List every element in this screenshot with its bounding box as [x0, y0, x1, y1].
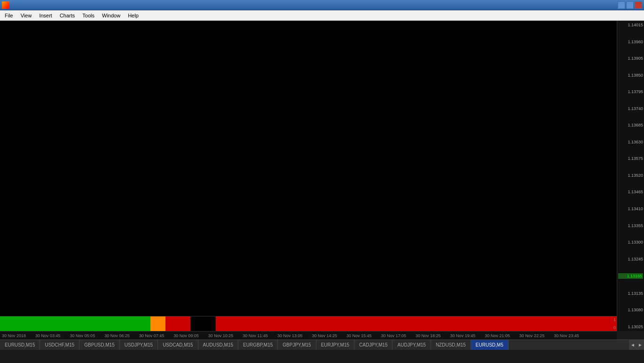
price-level: 1.13740 — [618, 106, 643, 111]
tab-audusd-m15[interactable]: AUDUSD,M15 — [198, 340, 238, 350]
symbol-tabs: EURUSD,M15 USDCHF,M15 GBPUSD,M15 USDJPY,… — [0, 339, 644, 350]
time-label: 30 Nov 14:25 — [312, 333, 337, 338]
price-level: 1.13795 — [618, 89, 643, 94]
tab-gbpusd-m15[interactable]: GBPUSD,M15 — [79, 340, 119, 350]
price-level: 1.13575 — [618, 156, 643, 161]
time-label: 30 Nov 07:45 — [139, 333, 165, 338]
time-label: 30 Nov 13:05 — [277, 333, 303, 338]
tab-scroll-controls: ◄ ► — [629, 340, 644, 350]
price-level: 1.13080 — [618, 308, 643, 312]
price-level: 1.13410 — [618, 206, 643, 211]
menubar: File View Insert Charts Tools Window Hel… — [0, 10, 644, 21]
tab-audjpy-m15[interactable]: AUDJPY,M15 — [393, 340, 431, 350]
tab-usdchf-m15[interactable]: USDCHF,M15 — [40, 340, 79, 350]
tab-cadjpy-m15[interactable]: CADJPY,M15 — [354, 340, 393, 350]
time-label: 30 Nov 03:45 — [35, 333, 61, 338]
price-level: 1.13905 — [618, 56, 643, 61]
time-label: 30 Nov 21:05 — [485, 333, 510, 338]
time-axis: 30 Nov 2018 30 Nov 03:45 30 Nov 05:05 30… — [0, 331, 617, 339]
time-label: 30 Nov 11:45 — [243, 333, 268, 338]
price-level: 1.13630 — [618, 140, 643, 144]
price-level: 1.13465 — [618, 189, 643, 194]
histo-segment-red1 — [165, 316, 190, 331]
time-label: 30 Nov 19:45 — [450, 333, 476, 338]
menu-view[interactable]: View — [17, 12, 36, 19]
histo-segment-orange — [150, 316, 165, 331]
histo-min-label: 0 — [613, 325, 616, 330]
histo-segment-green — [0, 316, 150, 331]
tab-eurusd-m15[interactable]: EURUSD,M15 — [0, 340, 40, 350]
tab-scroll-left[interactable]: ◄ — [629, 340, 636, 350]
price-level: 1.14015 — [618, 23, 643, 27]
price-chart[interactable] — [0, 21, 617, 331]
tab-gbpjpy-m15[interactable]: GBPJPY,M15 — [278, 340, 316, 350]
tab-eurusd-m5[interactable]: EURUSD,M5 — [471, 340, 509, 350]
menu-charts[interactable]: Charts — [56, 12, 79, 19]
menu-file[interactable]: File — [1, 12, 17, 19]
tab-eurjpy-m15[interactable]: EURJPY,M15 — [316, 340, 354, 350]
titlebar — [0, 0, 644, 10]
app-logo — [2, 1, 9, 9]
price-level: 1.13355 — [618, 223, 643, 228]
time-label: 30 Nov 2018 — [2, 333, 26, 338]
indicator-bar: 1 0 — [0, 316, 617, 331]
price-level: 1.13300 — [618, 240, 643, 245]
histogram-bar — [0, 316, 617, 331]
close-button[interactable] — [635, 1, 642, 9]
window-controls — [618, 1, 642, 9]
tab-nzdusd-m15[interactable]: NZDUSD,M15 — [431, 340, 471, 350]
time-label: 30 Nov 15:45 — [346, 333, 372, 338]
time-label: 30 Nov 10:25 — [208, 333, 234, 338]
chart-area[interactable]: 1.14015 1.13960 1.13905 1.13850 1.13795 … — [0, 21, 644, 331]
price-axis: 1.14015 1.13960 1.13905 1.13850 1.13795 … — [617, 21, 644, 331]
time-label: 30 Nov 05:05 — [70, 333, 95, 338]
menu-help[interactable]: Help — [124, 12, 142, 19]
histo-max-label: 1 — [613, 317, 616, 322]
time-label: 30 Nov 17:05 — [381, 333, 407, 338]
current-price-label: 1.13165 — [618, 273, 643, 279]
histo-segment-red2 — [216, 316, 617, 331]
tab-scroll-right[interactable]: ► — [636, 340, 644, 350]
time-label: 30 Nov 18:25 — [416, 333, 441, 338]
menu-tools[interactable]: Tools — [79, 12, 98, 19]
price-level: 1.13025 — [618, 324, 643, 329]
price-level: 1.13685 — [618, 123, 643, 127]
time-label: 30 Nov 06:25 — [104, 333, 130, 338]
time-label: 30 Nov 23:45 — [554, 333, 579, 338]
price-level: 1.13850 — [618, 73, 643, 78]
price-level: 1.13135 — [618, 291, 643, 296]
tab-usdcad-m15[interactable]: USDCAD,M15 — [158, 340, 198, 350]
time-label: 30 Nov 09:05 — [173, 333, 199, 338]
price-level: 1.13245 — [618, 257, 643, 261]
minimize-button[interactable] — [618, 1, 625, 9]
menu-window[interactable]: Window — [98, 12, 124, 19]
histo-segment-empty — [190, 316, 215, 331]
price-level: 1.13520 — [618, 173, 643, 178]
price-level: 1.13960 — [618, 39, 643, 44]
tab-usdjpy-m15[interactable]: USDJPY,M15 — [120, 340, 158, 350]
time-label: 30 Nov 22:25 — [519, 333, 545, 338]
tab-eurgbp-m15[interactable]: EURGBP,M15 — [238, 340, 278, 350]
menu-insert[interactable]: Insert — [35, 12, 56, 19]
maximize-button[interactable] — [626, 1, 634, 9]
